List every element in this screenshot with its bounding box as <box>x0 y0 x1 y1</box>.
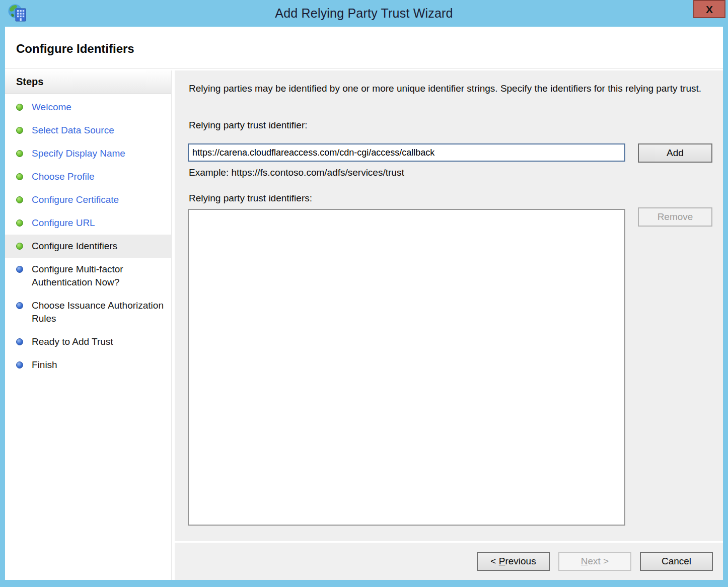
step-label: Welcome <box>32 101 71 114</box>
sidebar-step-choose-profile[interactable]: Choose Profile <box>5 165 171 188</box>
step-label: Ready to Add Trust <box>32 335 113 348</box>
step-status-icon <box>16 127 23 134</box>
add-button[interactable]: Add <box>638 143 712 163</box>
step-label: Choose Issuance Authorization Rules <box>32 299 165 325</box>
identifiers-listbox[interactable] <box>188 209 625 526</box>
sidebar-step-configure-certificate[interactable]: Configure Certificate <box>5 188 171 211</box>
step-status-icon <box>16 266 23 273</box>
window-title: Add Relying Party Trust Wizard <box>0 0 728 27</box>
steps-sidebar: Steps WelcomeSelect Data SourceSpecify D… <box>5 70 172 580</box>
next-button: Next > <box>558 552 631 571</box>
sidebar-step-finish: Finish <box>5 353 171 377</box>
sidebar-step-choose-issuance-authorization-rules: Choose Issuance Authorization Rules <box>5 294 171 330</box>
step-status-icon <box>16 338 23 345</box>
step-label: Choose Profile <box>32 170 95 183</box>
close-button[interactable]: X <box>693 0 725 18</box>
step-label: Configure Multi-factor Authentication No… <box>32 263 165 289</box>
sidebar-step-select-data-source[interactable]: Select Data Source <box>5 119 171 142</box>
wizard-body: Configure Identifiers Steps WelcomeSelec… <box>5 27 723 580</box>
sidebar-step-specify-display-name[interactable]: Specify Display Name <box>5 142 171 165</box>
step-status-icon <box>16 150 23 157</box>
step-status-icon <box>16 361 23 369</box>
sidebar-step-configure-multi-factor-authentication-now: Configure Multi-factor Authentication No… <box>5 258 171 294</box>
content-pane: Relying parties may be identified by one… <box>175 70 723 541</box>
step-status-icon <box>16 243 23 250</box>
step-label: Specify Display Name <box>32 147 125 160</box>
step-label: Configure Certificate <box>32 193 119 206</box>
example-text: Example: https://fs.contoso.com/adfs/ser… <box>189 167 404 178</box>
sidebar-step-configure-identifiers: Configure Identifiers <box>5 235 171 258</box>
page-title: Configure Identifiers <box>16 42 134 56</box>
intro-text: Relying parties may be identified by one… <box>189 82 707 96</box>
identifiers-list-label: Relying party trust identifiers: <box>189 193 312 204</box>
cancel-button[interactable]: Cancel <box>640 552 713 571</box>
footer-bar: < Previous Next > Cancel <box>175 543 723 580</box>
step-label: Configure Identifiers <box>32 240 117 253</box>
step-status-icon <box>16 104 23 111</box>
step-label: Select Data Source <box>32 124 114 137</box>
step-label: Configure URL <box>32 216 95 230</box>
identifier-input[interactable] <box>188 143 625 162</box>
remove-button: Remove <box>638 207 712 227</box>
step-status-icon <box>16 173 23 180</box>
sidebar-step-ready-to-add-trust: Ready to Add Trust <box>5 330 171 353</box>
steps-list: WelcomeSelect Data SourceSpecify Display… <box>5 94 171 377</box>
step-status-icon <box>16 196 23 203</box>
step-status-icon <box>16 302 23 309</box>
identifier-label: Relying party trust identifier: <box>189 120 308 131</box>
sidebar-step-welcome[interactable]: Welcome <box>5 96 171 119</box>
step-status-icon <box>16 219 23 227</box>
page-header: Configure Identifiers <box>5 27 723 69</box>
step-label: Finish <box>32 358 57 372</box>
title-bar: Add Relying Party Trust Wizard X <box>0 0 728 27</box>
sidebar-step-configure-url[interactable]: Configure URL <box>5 211 171 235</box>
previous-button[interactable]: < Previous <box>477 552 550 571</box>
steps-header: Steps <box>5 70 171 94</box>
